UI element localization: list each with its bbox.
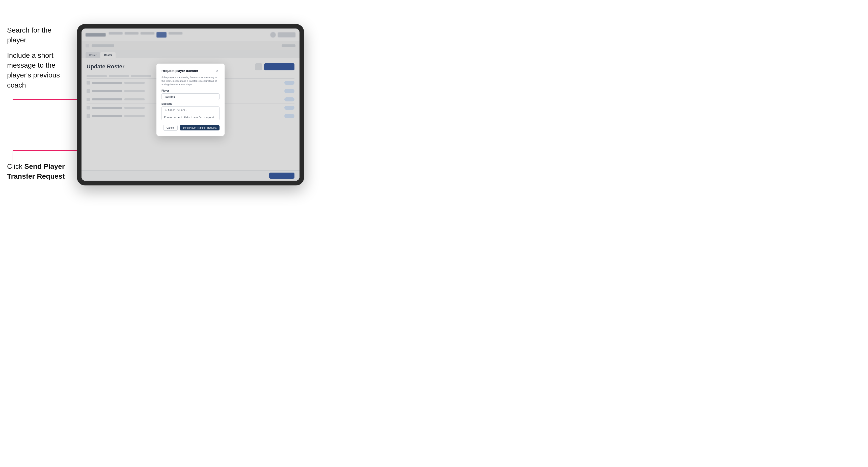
cancel-button[interactable]: Cancel <box>163 125 178 131</box>
annotation-search-text: Search for the player. <box>7 25 73 45</box>
player-field-label: Player <box>161 89 219 92</box>
device-frame: Roster Roster Update Roster <box>77 24 304 185</box>
message-field-label: Message <box>161 102 219 105</box>
message-textarea[interactable]: Hi Coach McHarg, Please accept this tran… <box>161 106 219 120</box>
modal-close-button[interactable]: × <box>215 69 219 73</box>
arrow-line-vertical-2 <box>12 150 13 163</box>
send-transfer-request-button[interactable]: Send Player Transfer Request <box>180 125 219 130</box>
player-search-input[interactable] <box>161 93 219 100</box>
annotation-click-text: Click Send Player Transfer Request <box>7 161 73 181</box>
annotation-message-text: Include a short message to the player's … <box>7 51 73 90</box>
device-screen: Roster Roster Update Roster <box>82 29 300 181</box>
modal-header: Request player transfer × <box>161 69 219 73</box>
modal-description: If the player is transferring from anoth… <box>161 76 219 87</box>
modal-overlay: Request player transfer × If the player … <box>82 29 300 181</box>
player-transfer-modal: Request player transfer × If the player … <box>156 64 224 136</box>
modal-footer: Cancel Send Player Transfer Request <box>161 125 219 131</box>
modal-title: Request player transfer <box>161 69 198 73</box>
